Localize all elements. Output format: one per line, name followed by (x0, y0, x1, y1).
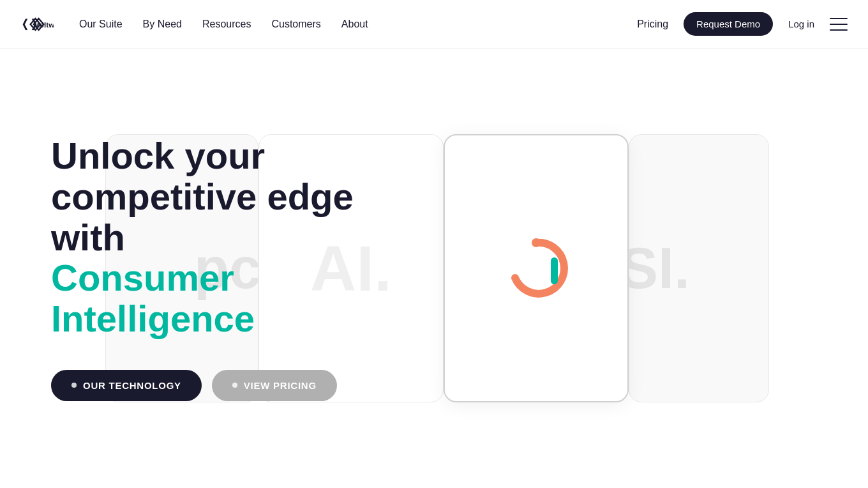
our-technology-button[interactable]: OUR TECHNOLOGY (51, 370, 202, 401)
svg-point-2 (532, 238, 541, 247)
nav-link-by-need[interactable]: By Need (143, 19, 182, 30)
navbar: ❬❭ Meltwater Our Suite By Need Resources… (0, 0, 868, 49)
svg-rect-3 (551, 257, 558, 284)
nav-link-pricing[interactable]: Pricing (637, 19, 668, 30)
technology-btn-dot (71, 383, 77, 388)
view-pricing-button[interactable]: VIEW PRICING (212, 370, 337, 401)
request-demo-button[interactable]: Request Demo (684, 12, 773, 36)
hero-heading-accent: Consumer Intelligence (51, 257, 434, 339)
hamburger-line-2 (830, 24, 848, 25)
hero-section: pc. AI. SI. (0, 49, 868, 488)
hero-content: Unlock your competitive edge with Consum… (0, 84, 485, 452)
technology-btn-label: OUR TECHNOLOGY (83, 380, 181, 391)
hero-buttons: OUR TECHNOLOGY VIEW PRICING (51, 370, 434, 401)
nav-left: ❬❭ Meltwater Our Suite By Need Resources… (20, 15, 368, 34)
hero-heading: Unlock your competitive edge with Consum… (51, 135, 434, 339)
hero-heading-line1: Unlock your competitive edge with (51, 135, 354, 258)
login-button[interactable]: Log in (788, 19, 814, 29)
nav-link-resources[interactable]: Resources (202, 19, 251, 30)
nav-link-customers[interactable]: Customers (271, 19, 320, 30)
menu-hamburger[interactable] (830, 18, 848, 31)
nav-right: Pricing Request Demo Log in (637, 12, 848, 36)
card-si: SI. (629, 134, 769, 402)
card-si-text: SI. (629, 236, 690, 301)
nav-links: Our Suite By Need Resources Customers Ab… (79, 19, 368, 30)
pricing-btn-dot (232, 383, 237, 388)
hamburger-line-1 (830, 18, 848, 19)
svg-text:Meltwater: Meltwater (34, 20, 54, 29)
brand-logo[interactable]: ❬❭ Meltwater (20, 15, 54, 34)
pricing-btn-label: VIEW PRICING (244, 380, 317, 391)
logo-icon: ❬❭ Meltwater (20, 15, 54, 34)
ci-logo (501, 233, 571, 303)
nav-link-about[interactable]: About (341, 19, 368, 30)
hamburger-line-3 (830, 29, 848, 31)
ci-logo-svg (501, 233, 571, 303)
nav-link-our-suite[interactable]: Our Suite (79, 19, 123, 30)
